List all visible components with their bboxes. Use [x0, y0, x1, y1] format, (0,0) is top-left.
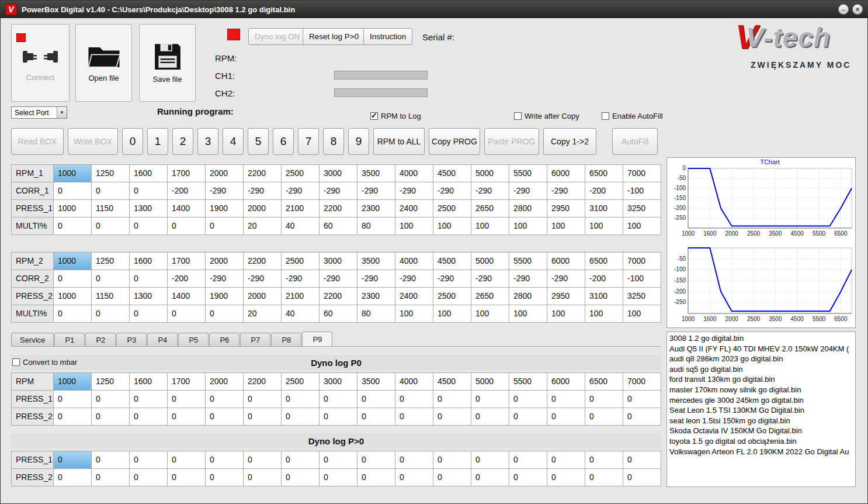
value-cell[interactable]: 0 — [282, 408, 320, 426]
value-cell[interactable]: 1600 — [130, 165, 168, 182]
value-cell[interactable]: 0 — [623, 469, 661, 486]
file-list-item[interactable]: master 170km nowy silnik go digital.bin — [669, 385, 853, 395]
value-cell[interactable]: 0 — [547, 391, 585, 408]
value-cell[interactable]: 0 — [244, 469, 282, 486]
value-cell[interactable]: -290 — [244, 270, 282, 288]
value-cell[interactable]: 100 — [547, 218, 585, 235]
value-cell[interactable]: 0 — [433, 451, 471, 469]
read-box-button[interactable]: Read BOX — [11, 128, 64, 155]
value-cell[interactable]: 100 — [547, 305, 585, 323]
value-cell[interactable]: 100 — [395, 305, 433, 323]
value-cell[interactable]: 2100 — [282, 200, 320, 218]
digit-button-7[interactable]: 7 — [298, 128, 319, 155]
value-cell[interactable]: 100 — [433, 305, 471, 323]
value-cell[interactable]: 0 — [509, 469, 547, 486]
value-cell[interactable]: 1700 — [168, 165, 206, 182]
value-cell[interactable]: 100 — [509, 305, 547, 323]
digit-button-2[interactable]: 2 — [172, 128, 193, 155]
value-cell[interactable]: 3500 — [357, 165, 395, 182]
value-cell[interactable]: 40 — [282, 218, 320, 235]
value-cell[interactable]: 6000 — [547, 253, 585, 270]
open-file-button[interactable]: Open file — [75, 24, 132, 102]
connect-button[interactable]: Connect — [11, 24, 70, 102]
value-cell[interactable]: 3000 — [320, 373, 357, 391]
digit-button-9[interactable]: 9 — [348, 128, 369, 155]
value-cell[interactable]: 80 — [357, 305, 395, 323]
value-cell[interactable]: -290 — [395, 270, 433, 288]
value-cell[interactable]: 5500 — [509, 165, 547, 182]
file-list-item[interactable]: Volkswagen Arteon FL 2.0 190KM 2022 Go D… — [669, 447, 853, 457]
value-cell[interactable]: -100 — [623, 270, 661, 288]
value-cell[interactable]: 0 — [623, 391, 661, 408]
value-cell[interactable]: 0 — [92, 270, 130, 288]
value-cell[interactable]: -290 — [282, 182, 320, 200]
value-cell[interactable]: 0 — [244, 451, 282, 469]
value-cell[interactable]: 0 — [54, 182, 92, 200]
digit-button-0[interactable]: 0 — [122, 128, 143, 155]
value-cell[interactable]: 0 — [623, 451, 661, 469]
value-cell[interactable]: 2000 — [206, 373, 244, 391]
value-cell[interactable]: -290 — [433, 182, 471, 200]
value-cell[interactable]: 100 — [471, 218, 509, 235]
value-cell[interactable]: 0 — [54, 451, 92, 469]
value-cell[interactable]: 0 — [130, 218, 168, 235]
value-cell[interactable]: -290 — [357, 182, 395, 200]
value-cell[interactable]: 3100 — [585, 200, 623, 218]
minimize-button[interactable]: – — [838, 4, 849, 15]
value-cell[interactable]: 2500 — [433, 200, 471, 218]
value-cell[interactable]: 2000 — [206, 253, 244, 270]
value-cell[interactable]: 1400 — [168, 200, 206, 218]
value-cell[interactable]: 4000 — [395, 373, 433, 391]
value-cell[interactable]: 2200 — [320, 288, 357, 305]
value-cell[interactable]: 6000 — [547, 165, 585, 182]
value-cell[interactable]: 7000 — [623, 253, 661, 270]
value-cell[interactable]: -200 — [585, 182, 623, 200]
value-cell[interactable]: 1600 — [130, 253, 168, 270]
close-button[interactable]: ✕ — [852, 4, 863, 15]
value-cell[interactable]: 2000 — [244, 200, 282, 218]
tab-p6[interactable]: P6 — [209, 333, 239, 346]
value-cell[interactable]: 0 — [509, 451, 547, 469]
value-cell[interactable]: 2300 — [357, 288, 395, 305]
value-cell[interactable]: 0 — [54, 218, 92, 235]
value-cell[interactable]: 0 — [206, 408, 244, 426]
value-cell[interactable]: 0 — [547, 469, 585, 486]
value-cell[interactable]: 0 — [433, 469, 471, 486]
value-cell[interactable]: 0 — [168, 469, 206, 486]
value-cell[interactable]: 0 — [585, 469, 623, 486]
value-cell[interactable]: 100 — [585, 218, 623, 235]
value-cell[interactable]: 0 — [471, 408, 509, 426]
value-cell[interactable]: 0 — [92, 391, 130, 408]
value-cell[interactable]: 0 — [357, 391, 395, 408]
value-cell[interactable]: 0 — [585, 391, 623, 408]
value-cell[interactable]: 1000 — [54, 373, 92, 391]
value-cell[interactable]: 1250 — [92, 373, 130, 391]
value-cell[interactable]: 0 — [320, 451, 357, 469]
value-cell[interactable]: 100 — [623, 218, 661, 235]
file-list-item[interactable]: Skoda Octavia IV 150KM Go Digital.bin — [669, 426, 853, 436]
value-cell[interactable]: 100 — [395, 218, 433, 235]
value-cell[interactable]: 0 — [92, 469, 130, 486]
value-cell[interactable]: 0 — [168, 408, 206, 426]
value-cell[interactable]: 0 — [54, 270, 92, 288]
value-cell[interactable]: 0 — [130, 469, 168, 486]
value-cell[interactable]: 1150 — [92, 288, 130, 305]
value-cell[interactable]: 1700 — [168, 373, 206, 391]
value-cell[interactable]: 1300 — [130, 200, 168, 218]
value-cell[interactable]: 2000 — [244, 288, 282, 305]
file-list-item[interactable]: Audi Q5 II (FY FL) 40 TDI MHEV 2.0 150kW… — [669, 344, 853, 354]
value-cell[interactable]: 1000 — [54, 253, 92, 270]
value-cell[interactable]: -200 — [168, 182, 206, 200]
tab-p1[interactable]: P1 — [54, 333, 85, 346]
value-cell[interactable]: -290 — [547, 182, 585, 200]
value-cell[interactable]: 0 — [509, 391, 547, 408]
value-cell[interactable]: 4500 — [433, 253, 471, 270]
value-cell[interactable]: 0 — [320, 408, 357, 426]
value-cell[interactable]: 4500 — [433, 373, 471, 391]
value-cell[interactable]: 1000 — [54, 165, 92, 182]
value-cell[interactable]: 6000 — [547, 373, 585, 391]
value-cell[interactable]: 1250 — [92, 253, 130, 270]
value-cell[interactable]: 1300 — [130, 288, 168, 305]
value-cell[interactable]: 0 — [206, 218, 244, 235]
value-cell[interactable]: 1000 — [54, 288, 92, 305]
